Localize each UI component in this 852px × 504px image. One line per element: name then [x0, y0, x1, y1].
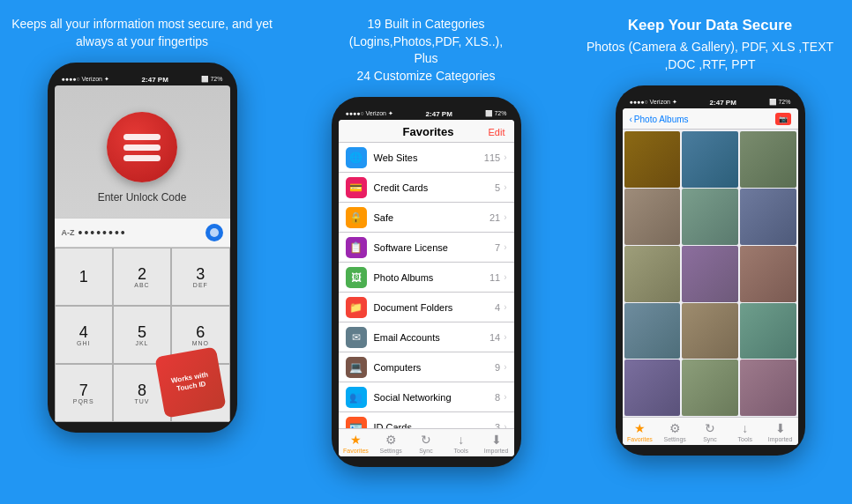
photos-back-button[interactable]: ‹ Photo Albums	[630, 115, 689, 124]
column-2-line3: Plus	[414, 51, 437, 65]
photo-9[interactable]	[740, 246, 796, 302]
numpad-3[interactable]: 3 DEF	[171, 248, 229, 306]
email-label: Email Accounts	[374, 332, 490, 343]
nav-bar: Favorites Edit	[339, 120, 514, 143]
photo-1[interactable]	[624, 131, 681, 188]
list-item-email[interactable]: ✉ Email Accounts 14 ›	[339, 322, 514, 352]
photos-tab-sync[interactable]: ↻ Sync	[692, 421, 728, 442]
nav-edit-button[interactable]: Edit	[489, 127, 505, 137]
tools-tab-label: Tools	[454, 448, 468, 454]
lock-dots: ••••••••	[78, 226, 202, 240]
photos-tab-settings[interactable]: ⚙ Settings	[657, 421, 692, 442]
imported-tab-label: Imported	[484, 448, 509, 454]
computers-count: 9	[495, 362, 500, 373]
list-item-creditcards[interactable]: 💳 Credit Cards 5 ›	[339, 173, 514, 203]
tab-settings[interactable]: ⚙ Settings	[373, 433, 408, 454]
photo-7[interactable]	[624, 246, 681, 302]
creditcards-label: Credit Cards	[374, 182, 496, 193]
list-item-computers[interactable]: 💻 Computers 9 ›	[339, 352, 514, 382]
documents-icon: 📁	[346, 297, 367, 318]
computers-label: Computers	[374, 362, 496, 373]
social-count: 8	[495, 392, 500, 403]
az-label: A-Z	[62, 228, 75, 237]
list-item-photoalbums[interactable]: 🖼 Photo Albums 11 ›	[339, 263, 514, 293]
numpad-2[interactable]: 2 ABC	[113, 248, 171, 306]
column-2-heading: 19 Built in Categories (Logins,Photos,PD…	[349, 16, 503, 85]
photos-screen: ‹ Photo Albums 📷	[623, 108, 798, 445]
imported-tab-icon: ⬇	[491, 433, 502, 447]
photos-nav: ‹ Photo Albums 📷	[623, 108, 798, 130]
list-item-idcards[interactable]: 🪪 ID Cards 3 ›	[339, 412, 514, 428]
photo-15[interactable]	[740, 359, 796, 416]
safe-chevron: ›	[504, 212, 506, 222]
photos-favorites-label: Favorites	[627, 436, 653, 442]
photo-8[interactable]	[682, 246, 738, 302]
list-item-websites[interactable]: 🌐 Web Sites 115 ›	[339, 143, 514, 173]
safe-icon: 🔒	[346, 207, 367, 228]
list-item-documents[interactable]: 📁 Document Folders 4 ›	[339, 293, 514, 322]
column-2-text: 19 Built in Categories (Logins,Photos,PD…	[349, 16, 503, 85]
lock-line-3	[123, 155, 161, 161]
photo-10[interactable]	[624, 303, 681, 359]
idcards-label: ID Cards	[374, 422, 496, 429]
photo-3[interactable]	[740, 131, 796, 188]
phone-3: ●●●●○ Verizon ✦ 2:47 PM ⬜ 72% ‹ Photo Al…	[616, 85, 805, 456]
lock-line-1	[123, 134, 161, 140]
email-icon: ✉	[346, 327, 367, 348]
documents-count: 4	[495, 302, 500, 313]
photo-6[interactable]	[740, 189, 796, 245]
photo-11[interactable]	[682, 303, 738, 359]
tab-bar-3: ★ Favorites ⚙ Settings ↻ Sync ↓ Tools	[623, 417, 798, 445]
lock-line-2	[123, 145, 161, 151]
lock-label: Enter Unlock Code	[98, 191, 187, 204]
tab-imported[interactable]: ⬇ Imported	[479, 433, 514, 454]
fingerprint-icon[interactable]	[206, 224, 223, 241]
sync-tab-icon: ↻	[421, 433, 431, 447]
numpad-1[interactable]: 1	[55, 248, 113, 306]
photoalbums-label: Photo Albums	[374, 272, 490, 283]
column-2-line4: 24 Customize Categories	[356, 69, 495, 83]
list-item-social[interactable]: 👥 Social Networking 8 ›	[339, 382, 514, 412]
websites-count: 115	[484, 152, 500, 163]
photo-14[interactable]	[682, 359, 738, 416]
list-item-software[interactable]: 📋 Software License 7 ›	[339, 233, 514, 263]
websites-icon: 🌐	[346, 147, 367, 168]
social-label: Social Networking	[374, 392, 496, 403]
tab-tools[interactable]: ↓ Tools	[444, 433, 479, 454]
photos-tab-favorites[interactable]: ★ Favorites	[623, 421, 658, 442]
creditcards-count: 5	[495, 182, 500, 193]
favorites-screen: Favorites Edit 🌐 Web Sites 115 › 💳 Credi…	[339, 120, 514, 456]
photos-tab-tools[interactable]: ↓ Tools	[728, 421, 763, 442]
touch-id-badge: Works with Touch ID	[154, 347, 226, 419]
tab-sync[interactable]: ↻ Sync	[408, 433, 444, 454]
phone-1: ●●●●○ Verizon ✦ 2:47 PM ⬜ 72% Enter Unlo…	[48, 63, 237, 433]
camera-icon[interactable]: 📷	[775, 113, 791, 125]
photos-settings-label: Settings	[664, 436, 686, 442]
list-item-safe[interactable]: 🔒 Safe 21 ›	[339, 203, 514, 233]
status-bar-1: ●●●●○ Verizon ✦ 2:47 PM ⬜ 72%	[55, 73, 230, 85]
photos-sync-label: Sync	[703, 436, 717, 442]
software-count: 7	[495, 242, 500, 253]
numpad-4[interactable]: 4 GHI	[55, 306, 113, 364]
tab-bar-2: ★ Favorites ⚙ Settings ↻ Sync ↓ Tools	[339, 428, 514, 456]
photos-tools-icon: ↓	[742, 421, 748, 435]
software-label: Software License	[374, 242, 496, 253]
numpad-7[interactable]: 7 PQRS	[55, 364, 113, 422]
favorites-list: 🌐 Web Sites 115 › 💳 Credit Cards 5 › 🔒 S…	[339, 143, 514, 428]
photos-tab-imported[interactable]: ⬇ Imported	[763, 421, 798, 442]
lock-lines	[123, 134, 161, 161]
photo-12[interactable]	[740, 303, 796, 359]
photos-sync-icon: ↻	[705, 421, 715, 435]
tab-favorites[interactable]: ★ Favorites	[339, 433, 374, 454]
photo-4[interactable]	[624, 189, 681, 245]
column-3-subheading: Photos (Camera & Gallery), PDF, XLS ,TEX…	[577, 39, 843, 73]
lock-input-row[interactable]: A-Z ••••••••	[55, 218, 230, 248]
photo-grid	[623, 130, 798, 417]
photo-5[interactable]	[682, 189, 738, 245]
photo-13[interactable]	[624, 359, 681, 416]
photoalbums-count: 11	[490, 272, 500, 283]
back-chevron: ‹	[630, 115, 632, 124]
computers-chevron: ›	[504, 362, 506, 372]
photo-2[interactable]	[682, 131, 738, 188]
battery-2: ⬜ 72%	[485, 110, 507, 117]
